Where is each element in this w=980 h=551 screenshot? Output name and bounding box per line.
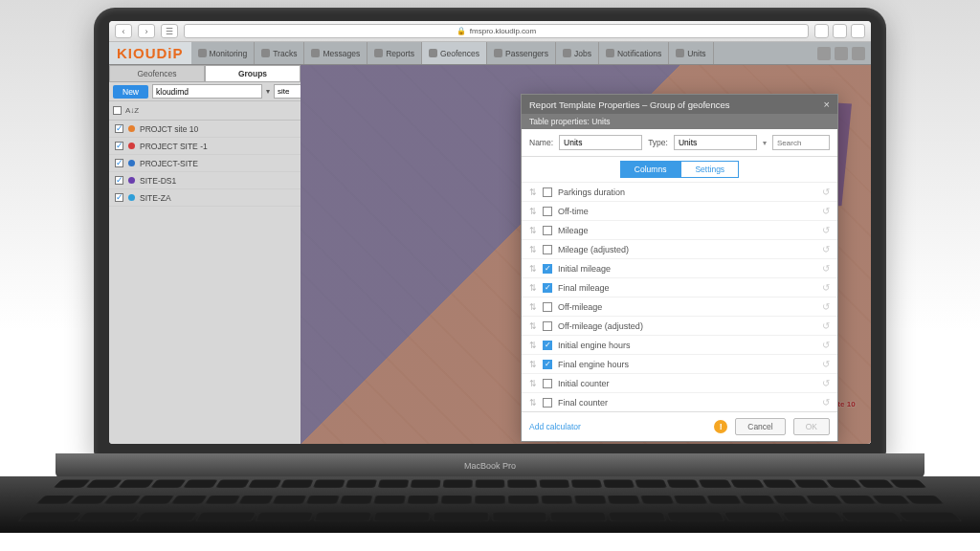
- drag-handle-icon[interactable]: ⇅: [529, 341, 537, 350]
- drag-handle-icon[interactable]: ⇅: [529, 321, 537, 331]
- new-button[interactable]: New: [113, 85, 148, 99]
- sort-label[interactable]: A↓Z: [125, 106, 139, 115]
- drag-handle-icon[interactable]: ⇅: [529, 398, 537, 408]
- geofence-item[interactable]: PROJCT site 10: [109, 121, 301, 138]
- geofence-item[interactable]: PROJECT SITE -1: [109, 138, 301, 155]
- reset-icon[interactable]: ↺: [822, 320, 830, 331]
- column-row[interactable]: ⇅Mileage (adjusted)↺: [522, 240, 837, 259]
- drag-handle-icon[interactable]: ⇅: [529, 379, 537, 388]
- ok-button[interactable]: OK: [793, 418, 830, 435]
- type-select[interactable]: [674, 135, 757, 150]
- column-checkbox[interactable]: [543, 187, 552, 197]
- menu-reports[interactable]: Reports: [368, 42, 422, 64]
- menu-units[interactable]: Units: [669, 42, 713, 64]
- menu-jobs[interactable]: Jobs: [556, 42, 599, 64]
- column-row[interactable]: ⇅Final counter↺: [522, 393, 837, 411]
- column-row[interactable]: ⇅Initial counter↺: [522, 374, 837, 393]
- reset-icon[interactable]: ↺: [822, 206, 830, 216]
- reset-icon[interactable]: ↺: [822, 359, 830, 369]
- subtab-groups[interactable]: Groups: [205, 65, 301, 82]
- column-checkbox[interactable]: [543, 264, 552, 274]
- reset-icon[interactable]: ↺: [822, 301, 830, 312]
- column-checkbox[interactable]: [543, 321, 552, 331]
- reset-icon[interactable]: ↺: [822, 282, 830, 293]
- sidebar-toggle[interactable]: ☰: [161, 24, 178, 38]
- column-row[interactable]: ⇅Final mileage↺: [522, 278, 837, 298]
- reset-icon[interactable]: ↺: [822, 225, 830, 235]
- column-checkbox[interactable]: [543, 302, 552, 312]
- share-icon[interactable]: [814, 24, 829, 38]
- column-checkbox[interactable]: [543, 226, 552, 235]
- drag-handle-icon[interactable]: ⇅: [529, 302, 537, 312]
- reset-icon[interactable]: ↺: [822, 263, 830, 274]
- reset-icon[interactable]: ↺: [822, 244, 830, 254]
- account-select[interactable]: [152, 84, 262, 99]
- reset-icon[interactable]: ↺: [822, 378, 830, 388]
- column-row[interactable]: ⇅Initial mileage↺: [522, 259, 837, 278]
- menu-icon: [261, 49, 270, 57]
- column-checkbox[interactable]: [543, 283, 552, 293]
- column-row[interactable]: ⇅Off-time↺: [522, 202, 837, 221]
- column-checkbox[interactable]: [543, 360, 552, 369]
- forward-button[interactable]: ›: [138, 24, 155, 38]
- close-icon[interactable]: ×: [824, 99, 830, 110]
- menu-passengers[interactable]: Passengers: [487, 42, 556, 64]
- name-input[interactable]: [559, 135, 642, 150]
- back-button[interactable]: ‹: [115, 24, 132, 38]
- geofence-item[interactable]: PROJECT-SITE: [109, 155, 301, 172]
- column-row[interactable]: ⇅Off-mileage↺: [522, 298, 837, 317]
- column-row[interactable]: ⇅Mileage↺: [522, 221, 837, 240]
- menu-geofences[interactable]: Geofences: [422, 42, 487, 64]
- user-icon[interactable]: [852, 47, 865, 60]
- chevron-down-icon[interactable]: ▾: [266, 87, 270, 96]
- checkbox[interactable]: [115, 124, 123, 133]
- menu-icon: [494, 49, 502, 57]
- dialog-titlebar[interactable]: Report Template Properties – Group of ge…: [522, 95, 837, 114]
- geofence-item[interactable]: SITE-DS1: [109, 172, 301, 189]
- drag-handle-icon[interactable]: ⇅: [529, 264, 537, 274]
- drag-handle-icon[interactable]: ⇅: [529, 360, 537, 369]
- menu-monitoring[interactable]: Monitoring: [191, 42, 256, 64]
- apps-icon[interactable]: [817, 47, 831, 60]
- select-all-checkbox[interactable]: [113, 106, 122, 115]
- settings-icon[interactable]: [835, 47, 848, 60]
- chevron-down-icon[interactable]: ▾: [763, 139, 767, 147]
- report-template-dialog: Report Template Properties – Group of ge…: [521, 94, 838, 442]
- drag-handle-icon[interactable]: ⇅: [529, 207, 537, 216]
- warning-icon[interactable]: !: [714, 420, 727, 433]
- drag-handle-icon[interactable]: ⇅: [529, 283, 537, 293]
- reset-icon[interactable]: ↺: [822, 397, 830, 408]
- column-row[interactable]: ⇅Final engine hours↺: [522, 355, 837, 374]
- dialog-tab-settings[interactable]: Settings: [680, 161, 739, 178]
- map-panel[interactable]: SITE-DS1PROJCT site 10 Report Template P…: [301, 65, 871, 444]
- subtab-geofences[interactable]: Geofences: [109, 65, 205, 82]
- geofence-item[interactable]: SITE-ZA: [109, 189, 301, 207]
- column-checkbox[interactable]: [543, 341, 552, 350]
- add-calculator-link[interactable]: Add calculator: [529, 422, 581, 431]
- column-checkbox[interactable]: [543, 245, 552, 254]
- menu-notifications[interactable]: Notifications: [599, 42, 669, 64]
- column-checkbox[interactable]: [543, 398, 552, 408]
- column-row[interactable]: ⇅Initial engine hours↺: [522, 336, 837, 355]
- reset-icon[interactable]: ↺: [822, 187, 830, 197]
- reset-icon[interactable]: ↺: [822, 340, 830, 350]
- checkbox[interactable]: [115, 159, 123, 167]
- drag-handle-icon[interactable]: ⇅: [529, 245, 537, 254]
- column-checkbox[interactable]: [543, 207, 552, 216]
- checkbox[interactable]: [115, 142, 123, 150]
- address-bar[interactable]: 🔒 fmspro.kloudip.com: [184, 24, 809, 38]
- tabs-icon[interactable]: [833, 24, 847, 38]
- menu-messages[interactable]: Messages: [304, 42, 368, 64]
- checkbox[interactable]: [115, 176, 123, 185]
- cancel-button[interactable]: Cancel: [735, 418, 785, 435]
- column-row[interactable]: ⇅Off-mileage (adjusted)↺: [522, 317, 837, 336]
- drag-handle-icon[interactable]: ⇅: [529, 187, 537, 197]
- drag-handle-icon[interactable]: ⇅: [529, 226, 537, 235]
- dialog-tab-columns[interactable]: Columns: [620, 161, 681, 178]
- column-checkbox[interactable]: [543, 379, 552, 388]
- new-tab-icon[interactable]: [851, 24, 865, 38]
- column-search[interactable]: [772, 135, 830, 150]
- checkbox[interactable]: [115, 193, 123, 202]
- menu-tracks[interactable]: Tracks: [255, 42, 304, 64]
- column-row[interactable]: ⇅Parkings duration↺: [522, 183, 837, 202]
